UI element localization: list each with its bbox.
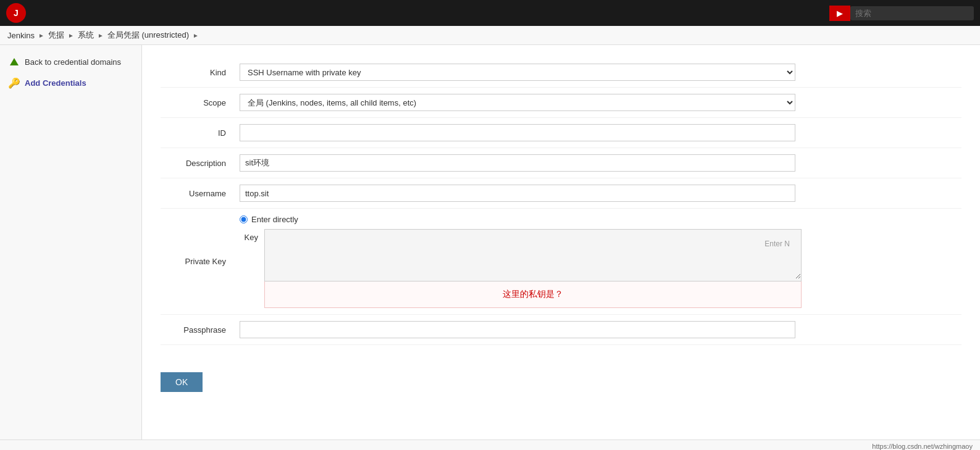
ok-button[interactable]: OK — [161, 372, 203, 392]
breadcrumb-sep-1: ► — [38, 32, 44, 39]
description-field — [235, 148, 961, 178]
scope-row: Scope 全局 (Jenkins, nodes, items, all chi… — [161, 88, 961, 118]
id-label: ID — [161, 118, 235, 148]
username-input[interactable] — [240, 185, 795, 202]
main-layout: Back to credential domains 🔑 Add Credent… — [0, 45, 980, 440]
scope-label: Scope — [161, 88, 235, 118]
breadcrumb-global[interactable]: 全局凭据 (unrestricted) — [107, 30, 189, 41]
id-row: ID — [161, 118, 961, 148]
search-input[interactable] — [850, 6, 974, 20]
credentials-form: Kind SSH Username with private key Scope… — [161, 57, 961, 345]
bottom-url-hint: https://blog.csdn.net/wzhingmaoy — [872, 443, 973, 450]
scope-field: 全局 (Jenkins, nodes, items, all child ite… — [235, 88, 961, 118]
kind-field: SSH Username with private key — [235, 57, 961, 88]
breadcrumb-jenkins[interactable]: Jenkins — [7, 31, 35, 40]
breadcrumb-system[interactable]: 系统 — [78, 30, 94, 41]
key-textarea-wrap: Enter N 这里的私钥是？ — [264, 229, 802, 308]
username-row: Username — [161, 178, 961, 209]
description-row: Description — [161, 148, 961, 178]
private-key-row: Private Key Enter directly Key Enter — [161, 209, 961, 315]
key-hint: 这里的私钥是？ — [264, 281, 802, 308]
kind-select[interactable]: SSH Username with private key — [240, 64, 795, 81]
id-field — [235, 118, 961, 148]
breadcrumb: Jenkins ► 凭据 ► 系统 ► 全局凭据 (unrestricted) … — [0, 26, 980, 45]
sidebar: Back to credential domains 🔑 Add Credent… — [0, 45, 142, 440]
add-credentials-icon: 🔑 — [9, 77, 20, 88]
add-credentials-label: Add Credentials — [25, 78, 86, 88]
header-red-button[interactable]: ▶ — [829, 6, 850, 21]
private-key-field: Enter directly Key Enter N 这里的私钥是？ — [235, 209, 961, 315]
jenkins-logo-icon: J — [6, 3, 26, 23]
enter-directly-label: Enter directly — [251, 215, 298, 224]
private-key-label: Private Key — [161, 209, 235, 315]
key-placeholder: Enter N — [760, 235, 795, 253]
breadcrumb-sep-2: ► — [68, 32, 74, 39]
content-area: Kind SSH Username with private key Scope… — [142, 45, 980, 440]
kind-label: Kind — [161, 57, 235, 88]
breadcrumb-sep-4: ► — [193, 32, 199, 39]
add-credentials-link[interactable]: 🔑 Add Credentials — [0, 72, 141, 93]
key-label-text: Key — [240, 229, 258, 242]
jenkins-logo: J — [6, 3, 31, 23]
id-input[interactable] — [240, 124, 795, 141]
key-textarea[interactable] — [265, 230, 801, 279]
kind-row: Kind SSH Username with private key — [161, 57, 961, 88]
passphrase-field — [235, 315, 961, 345]
key-textarea-container: Enter N — [264, 229, 802, 281]
key-section: Key Enter N 这里的私钥是？ — [240, 229, 957, 308]
breadcrumb-credentials[interactable]: 凭据 — [48, 30, 64, 41]
breadcrumb-sep-3: ► — [98, 32, 104, 39]
description-label: Description — [161, 148, 235, 178]
form-actions: OK — [161, 357, 961, 392]
back-arrow-icon — [9, 56, 20, 67]
passphrase-row: Passphrase — [161, 315, 961, 345]
username-label: Username — [161, 178, 235, 209]
passphrase-input[interactable] — [240, 321, 795, 338]
top-header: J ▶ — [0, 0, 980, 26]
username-field — [235, 178, 961, 209]
scope-select[interactable]: 全局 (Jenkins, nodes, items, all child ite… — [240, 94, 795, 111]
back-to-domains-label: Back to credential domains — [25, 57, 121, 67]
description-input[interactable] — [240, 154, 795, 172]
enter-directly-option[interactable]: Enter directly — [240, 215, 957, 224]
key-row: Key Enter N 这里的私钥是？ — [240, 229, 957, 308]
bottom-bar: https://blog.csdn.net/wzhingmaoy — [0, 440, 980, 450]
enter-directly-radio[interactable] — [240, 215, 248, 223]
passphrase-label: Passphrase — [161, 315, 235, 345]
back-to-domains-link[interactable]: Back to credential domains — [0, 51, 141, 72]
